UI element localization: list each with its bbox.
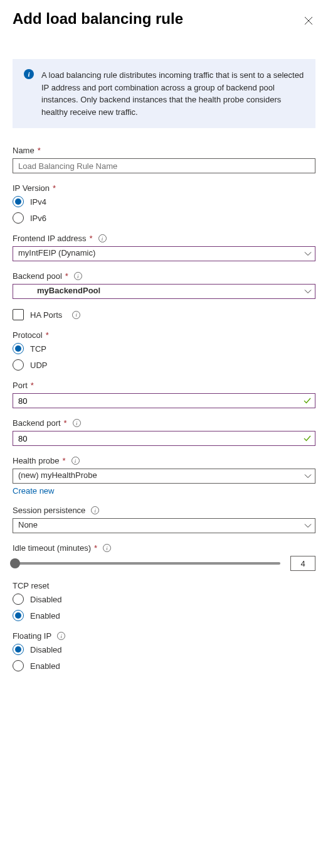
name-label: Name bbox=[13, 146, 34, 155]
info-callout: i A load balancing rule distributes inco… bbox=[13, 59, 315, 128]
floating-ip-disabled-radio[interactable]: Disabled bbox=[13, 644, 315, 655]
name-input[interactable] bbox=[13, 158, 315, 173]
floating-ip-label: Floating IP bbox=[13, 631, 51, 641]
radio-icon bbox=[13, 594, 24, 605]
idle-timeout-value[interactable]: 4 bbox=[290, 556, 315, 571]
tcp-reset-disabled-radio[interactable]: Disabled bbox=[13, 594, 315, 605]
panel-title: Add load balancing rule bbox=[13, 10, 183, 28]
frontend-ip-label: Frontend IP address bbox=[13, 234, 87, 243]
tcp-reset-enabled-label: Enabled bbox=[30, 611, 60, 621]
udp-label: UDP bbox=[30, 361, 47, 370]
info-tooltip-icon[interactable]: i bbox=[74, 272, 82, 280]
session-persistence-value: None bbox=[18, 520, 38, 529]
info-tooltip-icon[interactable]: i bbox=[57, 632, 65, 640]
floating-ip-enabled-radio[interactable]: Enabled bbox=[13, 660, 315, 671]
required-indicator: * bbox=[90, 234, 93, 243]
required-indicator: * bbox=[38, 146, 41, 155]
required-indicator: * bbox=[65, 271, 68, 281]
radio-icon bbox=[13, 359, 24, 371]
health-probe-value: (new) myHealthProbe bbox=[18, 470, 97, 480]
ip-version-label: IP Version bbox=[13, 183, 50, 193]
radio-icon bbox=[13, 212, 24, 224]
info-tooltip-icon[interactable]: i bbox=[73, 419, 81, 427]
floating-ip-enabled-label: Enabled bbox=[30, 661, 60, 671]
idle-timeout-slider[interactable] bbox=[13, 562, 280, 565]
create-new-link[interactable]: Create new bbox=[13, 486, 54, 496]
health-probe-label: Health probe bbox=[13, 456, 59, 465]
protocol-tcp-radio[interactable]: TCP bbox=[13, 343, 315, 354]
tcp-reset-enabled-radio[interactable]: Enabled bbox=[13, 610, 315, 621]
radio-icon bbox=[13, 343, 24, 354]
radio-icon bbox=[13, 644, 24, 655]
health-probe-select[interactable]: (new) myHealthProbe bbox=[13, 469, 315, 484]
protocol-udp-radio[interactable]: UDP bbox=[13, 359, 315, 371]
info-tooltip-icon[interactable]: i bbox=[91, 506, 99, 514]
required-indicator: * bbox=[53, 183, 56, 193]
ip-version-ipv6-radio[interactable]: IPv6 bbox=[13, 212, 315, 224]
session-persistence-label: Session persistence bbox=[13, 506, 85, 515]
info-tooltip-icon[interactable]: i bbox=[103, 544, 111, 552]
info-tooltip-icon[interactable]: i bbox=[71, 457, 80, 465]
info-icon: i bbox=[24, 69, 34, 79]
close-icon bbox=[304, 16, 313, 25]
backend-pool-value: myBackendPool bbox=[37, 286, 100, 295]
info-text: A load balancing rule distributes incomi… bbox=[41, 69, 304, 118]
required-indicator: * bbox=[64, 418, 67, 428]
backend-pool-select[interactable]: myBackendPool bbox=[13, 284, 315, 299]
info-tooltip-icon[interactable]: i bbox=[98, 234, 107, 242]
frontend-ip-value: myIntFEIP (Dynamic) bbox=[18, 248, 95, 258]
tcp-reset-label: TCP reset bbox=[13, 581, 49, 590]
floating-ip-disabled-label: Disabled bbox=[30, 645, 62, 654]
ipv6-label: IPv6 bbox=[30, 214, 46, 223]
port-input[interactable] bbox=[13, 393, 315, 408]
backend-port-input[interactable] bbox=[13, 431, 315, 446]
session-persistence-select[interactable]: None bbox=[13, 518, 315, 533]
required-indicator: * bbox=[46, 330, 49, 340]
info-tooltip-icon[interactable]: i bbox=[72, 311, 80, 319]
tcp-reset-disabled-label: Disabled bbox=[30, 595, 62, 604]
radio-icon bbox=[13, 610, 24, 621]
close-button[interactable] bbox=[302, 14, 315, 28]
ha-ports-label: HA Ports bbox=[30, 310, 62, 320]
required-indicator: * bbox=[31, 381, 34, 390]
checkbox-icon bbox=[13, 309, 24, 320]
ipv4-label: IPv4 bbox=[30, 197, 46, 207]
slider-thumb[interactable] bbox=[10, 558, 20, 568]
ha-ports-checkbox[interactable]: HA Ports i bbox=[13, 309, 315, 320]
required-indicator: * bbox=[62, 456, 65, 465]
idle-timeout-label: Idle timeout (minutes) bbox=[13, 543, 91, 553]
backend-pool-label: Backend pool bbox=[13, 271, 62, 281]
frontend-ip-select[interactable]: myIntFEIP (Dynamic) bbox=[13, 246, 315, 261]
port-label: Port bbox=[13, 381, 28, 390]
protocol-label: Protocol bbox=[13, 330, 43, 340]
radio-icon bbox=[13, 196, 24, 207]
required-indicator: * bbox=[94, 543, 97, 553]
ip-version-ipv4-radio[interactable]: IPv4 bbox=[13, 196, 315, 207]
radio-icon bbox=[13, 660, 24, 671]
tcp-label: TCP bbox=[30, 344, 46, 354]
backend-port-label: Backend port bbox=[13, 418, 61, 428]
